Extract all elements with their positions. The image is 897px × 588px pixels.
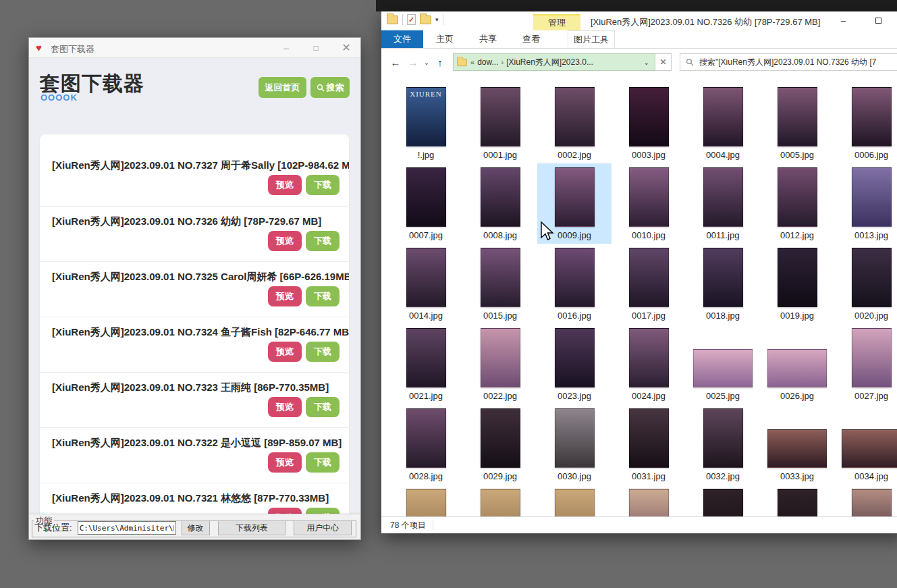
search-button[interactable]: 搜索 xyxy=(310,77,350,98)
file-thumbnail[interactable] xyxy=(555,87,595,146)
folder-icon[interactable] xyxy=(387,16,398,24)
explorer-minimize-button[interactable]: – xyxy=(828,11,859,30)
file-thumbnail[interactable] xyxy=(481,328,520,387)
file-thumbnail[interactable] xyxy=(406,248,446,307)
file-item[interactable]: 0020.jpg xyxy=(834,244,897,324)
file-thumbnail[interactable] xyxy=(703,248,743,307)
file-item[interactable]: 0010.jpg xyxy=(611,163,686,244)
file-thumbnail[interactable] xyxy=(852,248,892,307)
explorer-maximize-button[interactable] xyxy=(863,11,894,30)
file-item[interactable]: 0006.jpg xyxy=(834,83,897,163)
file-thumbnail[interactable] xyxy=(778,87,817,146)
file-item[interactable] xyxy=(611,485,686,516)
file-thumbnail[interactable] xyxy=(406,328,446,387)
file-thumbnail[interactable] xyxy=(852,87,892,146)
file-thumbnail[interactable] xyxy=(778,167,817,227)
file-thumbnail[interactable] xyxy=(481,489,520,516)
download-path-input[interactable] xyxy=(78,521,176,535)
file-item[interactable]: 0013.jpg xyxy=(834,163,897,244)
file-thumbnail[interactable] xyxy=(629,167,669,227)
forward-icon[interactable]: → xyxy=(404,57,422,68)
file-thumbnail[interactable] xyxy=(778,489,817,516)
ribbon-tab-共享[interactable]: 共享 xyxy=(466,30,510,48)
file-item[interactable]: 0007.jpg xyxy=(389,163,463,244)
file-item[interactable]: 0011.jpg xyxy=(686,163,760,244)
address-bar[interactable]: « dow... › [XiuRen秀人网]2023.0... ⌄ xyxy=(453,53,655,71)
file-item[interactable]: 0024.jpg xyxy=(611,324,686,404)
ribbon-tab-查看[interactable]: 查看 xyxy=(510,30,553,48)
file-thumbnail[interactable] xyxy=(778,248,817,307)
file-item[interactable]: 0032.jpg xyxy=(686,404,760,485)
file-item[interactable]: 0019.jpg xyxy=(760,244,834,324)
minimize-button[interactable]: – xyxy=(275,38,298,58)
file-item[interactable]: XIUREN!.jpg xyxy=(389,83,463,163)
preview-button[interactable]: 预览 xyxy=(268,286,302,306)
ribbon-tab-图片工具[interactable]: 图片工具 xyxy=(568,30,615,48)
search-box[interactable]: 搜索"[XiuRen秀人网]2023.09.01 NO.7326 幼幼 [7 xyxy=(680,53,897,71)
file-thumbnail[interactable] xyxy=(703,87,743,146)
file-thumbnail[interactable] xyxy=(629,408,669,468)
manage-contextual-tab[interactable]: 管理 xyxy=(533,14,580,30)
file-thumbnail[interactable] xyxy=(703,489,743,516)
file-thumbnail[interactable]: XIUREN xyxy=(406,87,446,146)
download-button[interactable]: 下载 xyxy=(306,342,339,362)
preview-button[interactable]: 预览 xyxy=(268,397,302,417)
file-thumbnail[interactable] xyxy=(555,328,595,387)
file-item[interactable]: 0034.jpg xyxy=(834,404,897,485)
file-item[interactable] xyxy=(389,485,463,516)
preview-button[interactable]: 预览 xyxy=(268,342,302,362)
file-thumbnail[interactable] xyxy=(852,328,892,387)
preview-button[interactable]: 预览 xyxy=(268,175,302,195)
file-thumbnail[interactable] xyxy=(767,429,827,468)
modify-button[interactable]: 修改 xyxy=(182,520,210,535)
download-button[interactable]: 下载 xyxy=(306,286,339,306)
file-thumbnail[interactable] xyxy=(481,408,520,468)
breadcrumb-collapsed[interactable]: « xyxy=(470,58,474,66)
file-item[interactable]: 0012.jpg xyxy=(760,163,834,244)
preview-button[interactable]: 预览 xyxy=(268,452,302,473)
file-thumbnail[interactable] xyxy=(629,328,669,387)
file-thumbnail[interactable] xyxy=(481,87,520,146)
file-item[interactable]: 0017.jpg xyxy=(611,244,686,324)
new-folder-icon[interactable] xyxy=(420,16,431,24)
download-button[interactable]: 下载 xyxy=(306,397,339,417)
file-thumbnail[interactable] xyxy=(555,167,595,227)
customize-toolbar-dropdown-icon[interactable]: ▾ xyxy=(435,16,439,23)
home-button[interactable]: 返回首页 xyxy=(259,77,306,98)
ribbon-tab-文件[interactable]: 文件 xyxy=(381,30,423,48)
file-thumbnail[interactable] xyxy=(406,408,446,468)
file-thumbnail[interactable] xyxy=(842,429,897,468)
file-list-area[interactable]: XIUREN!.jpg0001.jpg0002.jpg0003.jpg0004.… xyxy=(381,75,897,516)
file-item[interactable]: 0015.jpg xyxy=(463,244,537,324)
preview-button[interactable]: 预览 xyxy=(268,231,302,251)
file-item[interactable]: 0016.jpg xyxy=(537,244,611,324)
file-item[interactable]: 0008.jpg xyxy=(463,163,537,244)
ribbon-tab-主页[interactable]: 主页 xyxy=(423,30,466,48)
file-thumbnail[interactable] xyxy=(555,248,595,307)
explorer-titlebar[interactable]: ▾ 管理 [XiuRen秀人网]2023.09.01 NO.7326 幼幼 [7… xyxy=(381,11,897,30)
download-button[interactable]: 下载 xyxy=(306,231,339,251)
file-thumbnail[interactable] xyxy=(703,167,743,227)
file-item[interactable] xyxy=(834,485,897,516)
file-item[interactable]: 0030.jpg xyxy=(537,404,611,485)
file-thumbnail[interactable] xyxy=(406,167,446,227)
close-button[interactable]: ✕ xyxy=(335,38,358,58)
breadcrumb-segment[interactable]: dow... xyxy=(477,57,498,67)
up-icon[interactable]: ↑ xyxy=(431,57,449,68)
file-item[interactable]: 0028.jpg xyxy=(389,404,463,485)
file-item[interactable]: 0023.jpg xyxy=(537,324,611,404)
file-item[interactable]: 0031.jpg xyxy=(611,404,686,485)
file-item[interactable]: 0025.jpg xyxy=(686,324,760,404)
file-thumbnail[interactable] xyxy=(703,408,743,468)
file-item[interactable]: 0003.jpg xyxy=(611,83,686,163)
download-button[interactable]: 下载 xyxy=(306,452,339,473)
file-thumbnail[interactable] xyxy=(629,248,669,307)
file-item[interactable]: 0033.jpg xyxy=(760,404,834,485)
file-item[interactable]: 0002.jpg xyxy=(537,83,611,163)
properties-check-icon[interactable] xyxy=(407,14,416,25)
history-dropdown-icon[interactable]: ⌄ xyxy=(422,59,431,66)
download-list-button[interactable]: 下载列表 xyxy=(218,520,286,535)
file-thumbnail[interactable] xyxy=(481,248,520,307)
file-item[interactable]: 0009.jpg xyxy=(537,163,611,244)
file-item[interactable]: 0001.jpg xyxy=(463,83,537,163)
